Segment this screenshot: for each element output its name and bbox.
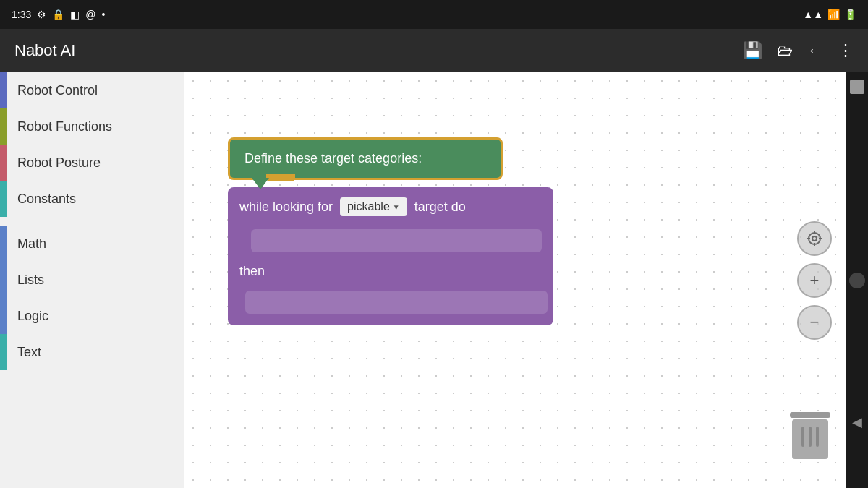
sidebar-label-constants: Constants [7, 192, 76, 207]
back-icon[interactable]: ← [807, 41, 823, 60]
right-edge-panel: ◀ [846, 72, 868, 488]
dot-icon: • [101, 9, 105, 20]
sidebar-item-math[interactable]: Math [0, 226, 184, 262]
edge-circle [849, 273, 865, 288]
more-icon[interactable]: ⋮ [838, 41, 854, 60]
block-define-text: Define these target categories: [244, 151, 422, 166]
block-while-header: while looking for pickable ▼ target do [228, 187, 553, 226]
app-bar: Nabot AI 💾 🗁 ← ⋮ [0, 29, 868, 72]
dropdown-value: pickable [347, 200, 390, 213]
signal-icon: 📶 [827, 9, 840, 20]
block-define[interactable]: Define these target categories: [228, 137, 503, 180]
block-while-prefix: while looking for [239, 200, 333, 215]
lock-icon: 🔒 [52, 9, 64, 20]
settings-icon: ⚙ [37, 9, 46, 20]
edge-square [850, 80, 864, 94]
sidebar-label-lists: Lists [7, 273, 44, 288]
sidebar-item-text[interactable]: Text [0, 334, 184, 370]
canvas-controls: + − [797, 221, 832, 340]
block-then-label: then [239, 264, 265, 278]
wifi-icon: ▲▲ [803, 9, 823, 20]
sidebar-label-logic: Logic [7, 309, 48, 324]
time-display: 1:33 [12, 9, 31, 20]
at-icon: @ [85, 9, 95, 20]
main-layout: Robot Control Robot Functions Robot Post… [0, 72, 868, 488]
svg-point-1 [812, 236, 817, 241]
block-while[interactable]: while looking for pickable ▼ target do t… [228, 187, 553, 325]
sidebar-label-text: Text [7, 345, 41, 360]
status-bar: 1:33 ⚙ 🔒 ◧ @ • ▲▲ 📶 🔋 [0, 0, 868, 29]
block-inner-slot-while [251, 229, 542, 252]
block-inner-slot-then [245, 291, 548, 314]
app-title: Nabot AI [14, 41, 75, 60]
block-while-suffix: target do [414, 200, 466, 215]
block-container: Define these target categories: while lo… [228, 137, 553, 325]
sidebar-divider [0, 217, 184, 226]
battery-icon: 🔋 [844, 9, 856, 20]
crosshair-button[interactable] [797, 221, 832, 256]
svg-point-0 [809, 233, 820, 244]
chevron-down-icon: ▼ [393, 203, 400, 211]
sidebar-item-robot-functions[interactable]: Robot Functions [0, 108, 184, 145]
folder-icon[interactable]: 🗁 [777, 41, 793, 60]
save-icon[interactable]: 💾 [743, 41, 762, 60]
canvas-area[interactable]: Define these target categories: while lo… [184, 72, 846, 488]
sidebar-item-robot-control[interactable]: Robot Control [0, 72, 184, 108]
block-dropdown-pickable[interactable]: pickable ▼ [340, 197, 407, 216]
trash-button[interactable] [788, 408, 832, 459]
sidebar-item-robot-posture[interactable]: Robot Posture [0, 145, 184, 181]
sidebar: Robot Control Robot Functions Robot Post… [0, 72, 184, 488]
trash-icon [792, 419, 828, 459]
zoom-in-button[interactable]: + [797, 263, 832, 298]
status-left: 1:33 ⚙ 🔒 ◧ @ • [12, 9, 105, 20]
sidebar-item-lists[interactable]: Lists [0, 262, 184, 298]
sidebar-label-robot-control: Robot Control [7, 83, 98, 98]
back-arrow-icon[interactable]: ◀ [852, 414, 862, 430]
block-then-row: then [228, 255, 553, 288]
zoom-out-button[interactable]: − [797, 305, 832, 340]
sidebar-label-robot-posture: Robot Posture [7, 155, 101, 171]
app-bar-actions: 💾 🗁 ← ⋮ [743, 41, 854, 60]
status-right: ▲▲ 📶 🔋 [803, 9, 856, 20]
sidebar-item-logic[interactable]: Logic [0, 298, 184, 334]
sidebar-label-math: Math [7, 236, 46, 252]
sidebar-label-robot-functions: Robot Functions [7, 119, 112, 134]
layers-icon: ◧ [70, 9, 80, 20]
sidebar-item-constants[interactable]: Constants [0, 181, 184, 217]
